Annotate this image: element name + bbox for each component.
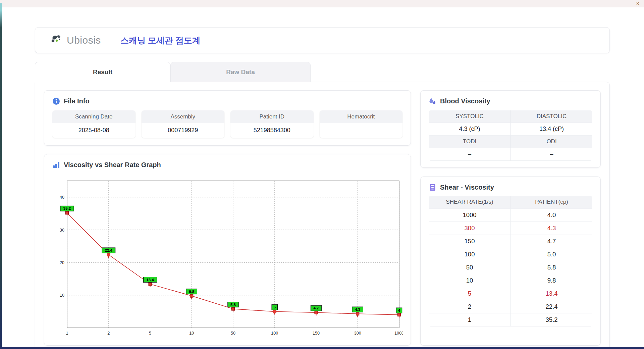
viscosity-shear-chart: 102030401251050100150300100035.222.413.4…	[52, 173, 403, 341]
blood-viscosity-title: Blood Viscosity	[440, 97, 490, 105]
shear-viscosity-card: Shear - Viscosity SHEAR RATE(1/s) PATIEN…	[420, 177, 601, 346]
svg-text:1: 1	[66, 331, 68, 336]
tab-bar: Result Raw Data	[35, 62, 610, 82]
shear-viscosity-title: Shear - Viscosity	[440, 184, 494, 191]
window-frame-left	[0, 3, 2, 349]
left-column: File Info Scanning Date 2025-08-08 Assem…	[44, 90, 411, 346]
ubiosis-logo: Ubiosis	[50, 34, 101, 47]
shear-rate-value: 2	[429, 300, 511, 313]
svg-text:35.2: 35.2	[63, 206, 71, 210]
svg-text:30: 30	[60, 228, 64, 233]
patient-viscosity-value: 13.4	[511, 287, 592, 300]
shear-rate-column-header: SHEAR RATE(1/s)	[429, 196, 511, 209]
patient-viscosity-value: 35.2	[511, 313, 592, 327]
field-value	[320, 123, 403, 138]
svg-text:4.7: 4.7	[314, 306, 319, 310]
shear-rate-value: 1000	[429, 209, 511, 222]
svg-text:1000: 1000	[394, 331, 403, 336]
file-info-title: File Info	[64, 97, 90, 105]
diastolic-value: 13.4 (cP)	[511, 123, 592, 136]
svg-text:150: 150	[313, 331, 320, 336]
svg-text:5: 5	[149, 331, 151, 336]
file-info-card: File Info Scanning Date 2025-08-08 Assem…	[44, 90, 411, 146]
todi-label: TODI	[429, 136, 511, 148]
info-icon	[52, 97, 60, 105]
tab-raw-data[interactable]: Raw Data	[170, 62, 311, 82]
shear-rate-value: 150	[429, 235, 511, 248]
droplets-icon	[429, 97, 436, 105]
file-info-fields: Scanning Date 2025-08-08 Assembly 000719…	[52, 110, 402, 138]
patient-viscosity-value: 4.0	[511, 209, 592, 222]
shear-rate-value: 1	[429, 313, 511, 327]
patient-viscosity-value: 5.0	[511, 248, 592, 261]
shear-table-row: 109.8	[429, 274, 592, 287]
field-label: Patient ID	[230, 110, 314, 123]
field-label: Assembly	[142, 110, 225, 123]
shear-table-row: 135.2	[429, 313, 592, 327]
field-value: 2025-08-08	[52, 123, 136, 138]
field-label: Hematocrit	[320, 110, 403, 123]
shear-rate-value: 300	[429, 222, 511, 235]
patient-viscosity-value: 22.4	[511, 300, 592, 313]
viscosity-graph-card: Viscosity vs Shear Rate Graph 1020304012…	[44, 154, 411, 346]
svg-text:50: 50	[231, 331, 235, 336]
svg-text:4.3: 4.3	[355, 307, 360, 311]
shear-rate-value: 5	[429, 287, 511, 300]
svg-text:20: 20	[60, 260, 64, 265]
shear-table-row: 513.4	[429, 287, 592, 300]
calculator-icon	[429, 184, 436, 191]
bar-chart-icon	[52, 161, 60, 169]
window-titlebar: ×	[0, 0, 644, 7]
shear-rate-value: 50	[429, 261, 511, 274]
shear-table-body: 10004.03004.31504.71005.0505.8109.8513.4…	[429, 209, 592, 327]
svg-text:22.4: 22.4	[105, 248, 113, 252]
logo-text: Ubiosis	[67, 35, 101, 46]
chart-area: 102030401251050100150300100035.222.413.4…	[52, 173, 402, 342]
odi-label: ODI	[511, 136, 592, 148]
page-title: 스캐닝 모세관 점도계	[120, 35, 201, 46]
svg-text:5.8: 5.8	[230, 303, 236, 307]
patient-viscosity-value: 4.7	[511, 235, 592, 248]
field-value: 000719929	[142, 123, 225, 138]
shear-viscosity-table: SHEAR RATE(1/s) PATIENT(cp) 10004.03004.…	[429, 196, 592, 327]
patient-column-header: PATIENT(cp)	[511, 196, 592, 209]
shear-rate-value: 10	[429, 274, 511, 287]
blood-viscosity-grid: SYSTOLIC DIASTOLIC 4.3 (cP) 13.4 (cP) TO…	[429, 110, 592, 161]
app-root: Ubiosis 스캐닝 모세관 점도계 Result Raw Data File…	[35, 27, 610, 349]
ubiosis-logo-icon	[50, 34, 65, 47]
svg-text:10: 10	[60, 293, 64, 298]
field-assembly: Assembly 000719929	[142, 110, 225, 138]
svg-text:300: 300	[354, 331, 361, 336]
field-hematocrit: Hematocrit	[320, 110, 403, 138]
shear-table-header: SHEAR RATE(1/s) PATIENT(cp)	[429, 196, 592, 209]
svg-text:4: 4	[398, 308, 400, 312]
systolic-label: SYSTOLIC	[429, 110, 511, 123]
svg-text:100: 100	[271, 331, 278, 336]
shear-table-row: 3004.3	[429, 222, 592, 235]
svg-text:9.8: 9.8	[189, 290, 195, 294]
field-label: Scanning Date	[52, 110, 136, 123]
field-scanning-date: Scanning Date 2025-08-08	[52, 110, 136, 138]
diastolic-label: DIASTOLIC	[511, 110, 592, 123]
close-icon[interactable]: ×	[636, 1, 639, 6]
odi-value: –	[511, 148, 592, 161]
tab-result[interactable]: Result	[35, 62, 170, 82]
right-column: Blood Viscosity SYSTOLIC DIASTOLIC 4.3 (…	[420, 90, 601, 346]
blood-viscosity-card: Blood Viscosity SYSTOLIC DIASTOLIC 4.3 (…	[420, 90, 601, 168]
graph-title: Viscosity vs Shear Rate Graph	[64, 161, 161, 169]
shear-table-row: 1504.7	[429, 235, 592, 248]
shear-rate-value: 100	[429, 248, 511, 261]
header-card: Ubiosis 스캐닝 모세관 점도계	[35, 27, 610, 53]
shear-table-row: 10004.0	[429, 209, 592, 222]
shear-table-row: 222.4	[429, 300, 592, 313]
systolic-value: 4.3 (cP)	[429, 123, 511, 136]
shear-table-row: 505.8	[429, 261, 592, 274]
patient-viscosity-value: 5.8	[511, 261, 592, 274]
field-value: 52198584300	[230, 123, 314, 138]
svg-text:5: 5	[274, 305, 276, 309]
patient-viscosity-value: 9.8	[511, 274, 592, 287]
svg-text:2: 2	[107, 331, 110, 336]
svg-text:40: 40	[60, 195, 64, 200]
blood-viscosity-title-row: Blood Viscosity	[429, 97, 592, 105]
todi-value: –	[429, 148, 511, 161]
